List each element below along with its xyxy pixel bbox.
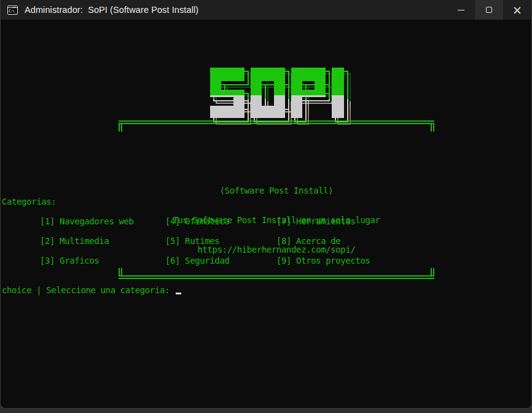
menu-item-3: [3] Graficos [40, 256, 99, 266]
cmd-icon[interactable]: C:\_ [7, 6, 18, 15]
info-box-line: https://hiberhernandez.com/sopi/ [119, 245, 434, 254]
menu-item-9: [9] Otros proyectos [276, 256, 370, 266]
menu-item-7: [7] Herramientas [276, 216, 355, 226]
minimize-icon [458, 10, 464, 10]
menu-item-2: [2] Multimedia [40, 236, 109, 246]
menu-item-8: [8] Acerca de [276, 236, 340, 246]
menu-row: [1] Navegadores web [4] Ofimatica [7] He… [1, 216, 531, 226]
menu-item-1: [1] Navegadores web [40, 216, 134, 226]
close-icon: × [512, 4, 522, 16]
cmd-icon-prompt: C:\_ [9, 9, 16, 14]
window-title: Administrador: SoPI (Software Post Insta… [25, 5, 198, 15]
terminal-window: C:\_ Administrador: SoPI (Software Post … [0, 0, 532, 409]
menu-item-6: [6] Seguridad [165, 256, 229, 266]
info-box-line: (Software Post Install) [119, 186, 434, 195]
close-button[interactable]: × [503, 0, 531, 20]
minimize-button[interactable] [447, 0, 475, 20]
categories-label: Categorias: [2, 197, 56, 206]
text-cursor [176, 293, 181, 294]
maximize-button[interactable] [475, 0, 503, 20]
prompt-text: choice | Seleccione una categoria: [2, 285, 174, 295]
window-controls: × [447, 0, 531, 20]
prompt-line[interactable]: choice | Seleccione una categoria: [2, 285, 181, 295]
menu-item-5: [5] Rutimes [165, 236, 219, 246]
console-area[interactable]: (Software Post Install) Tus Software Pos… [1, 20, 531, 408]
menu-item-4: [4] Ofimatica [165, 216, 229, 226]
titlebar: C:\_ Administrador: SoPI (Software Post … [1, 0, 531, 20]
maximize-icon [486, 7, 492, 13]
menu-row: [2] Multimedia [5] Rutimes [8] Acerca de [1, 236, 531, 246]
menu-row: [3] Graficos [6] Seguridad [9] Otros pro… [1, 256, 531, 266]
